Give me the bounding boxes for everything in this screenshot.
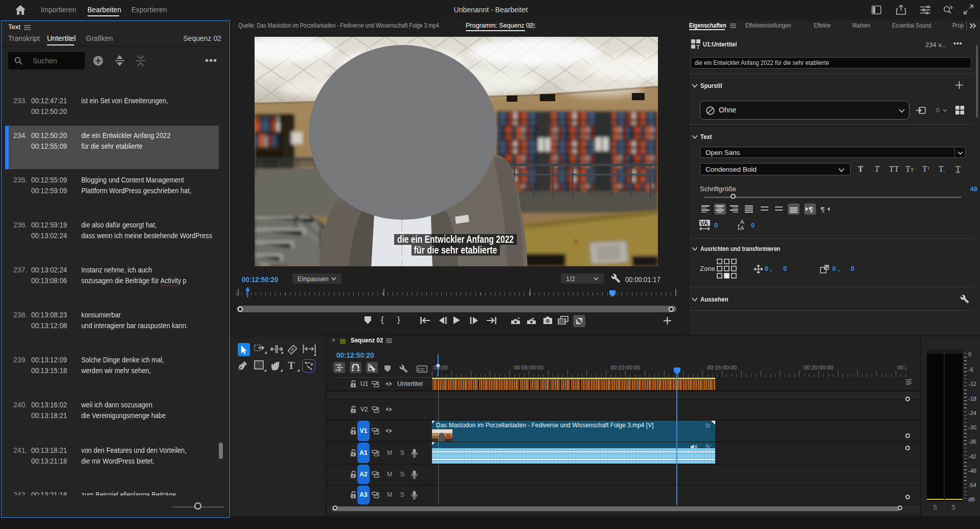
svg-text:A: A: [740, 219, 744, 225]
svg-text:T: T: [696, 44, 700, 49]
svg-text:für die sehr etablierte: für die sehr etablierte: [414, 244, 497, 256]
svg-text:die ein Entwickler Anfang 2022: die ein Entwickler Anfang 2022: [397, 233, 514, 245]
svg-text:¶: ¶: [821, 205, 825, 213]
svg-text:T: T: [288, 360, 295, 371]
svg-text:VA: VA: [700, 220, 709, 227]
svg-text:A: A: [740, 225, 744, 231]
svg-text:¶: ¶: [809, 205, 813, 213]
svg-text:CC: CC: [418, 366, 425, 372]
